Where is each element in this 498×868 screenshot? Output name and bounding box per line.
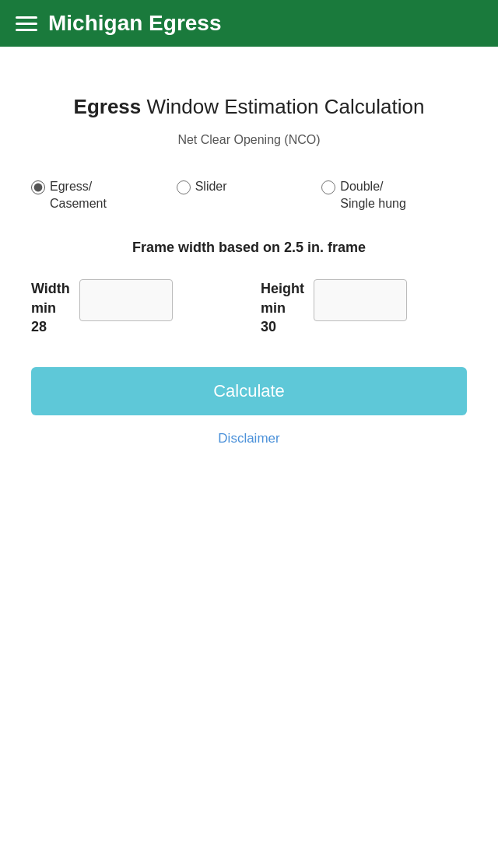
height-input[interactable]	[314, 279, 407, 321]
height-input-group: Height min 30	[261, 279, 467, 336]
page-subtitle: Net Clear Opening (NCO)	[177, 133, 320, 147]
window-type-radio-group: Egress/Casement Slider Double/Single hun…	[31, 178, 467, 212]
app-header: Michigan Egress	[0, 0, 498, 47]
radio-option-slider[interactable]: Slider	[177, 178, 322, 195]
height-label-line1: Height	[261, 279, 304, 298]
radio-double-single-hung[interactable]	[321, 180, 335, 194]
calculate-button[interactable]: Calculate	[31, 367, 467, 415]
height-label-line3: 30	[261, 317, 304, 336]
radio-label-egress-casement: Egress/Casement	[50, 178, 107, 212]
radio-label-double-single-hung: Double/Single hung	[340, 178, 406, 212]
width-input[interactable]	[79, 279, 173, 321]
height-label: Height min 30	[261, 279, 304, 336]
radio-label-slider: Slider	[195, 178, 227, 195]
height-label-line2: min	[261, 299, 304, 317]
width-input-group: Width min 28	[31, 279, 237, 336]
main-content: Egress Window Estimation Calculation Net…	[0, 47, 498, 478]
width-label-line1: Width	[31, 279, 70, 298]
menu-icon[interactable]	[16, 16, 37, 31]
radio-option-egress-casement[interactable]: Egress/Casement	[31, 178, 177, 212]
disclaimer-link[interactable]: Disclaimer	[218, 431, 279, 446]
width-label: Width min 28	[31, 279, 70, 336]
page-title: Egress Window Estimation Calculation	[74, 93, 425, 121]
radio-egress-casement[interactable]	[31, 180, 45, 194]
page-title-rest: Window Estimation Calculation	[141, 95, 424, 118]
page-title-bold: Egress	[74, 95, 142, 118]
frame-width-label: Frame width based on 2.5 in. frame	[31, 240, 467, 256]
dimensions-input-row: Width min 28 Height min 30	[31, 279, 467, 336]
radio-slider[interactable]	[177, 180, 191, 194]
width-label-line2: min	[31, 299, 70, 317]
radio-option-double-single-hung[interactable]: Double/Single hung	[321, 178, 467, 212]
width-label-line3: 28	[31, 317, 70, 336]
app-title: Michigan Egress	[48, 11, 222, 36]
